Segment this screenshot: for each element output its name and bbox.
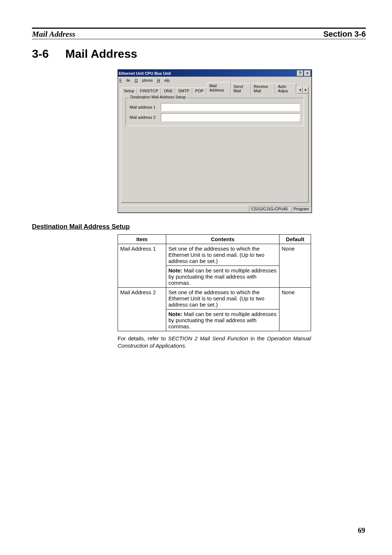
tab-finstcp[interactable]: FINS/TCP — [137, 88, 161, 94]
tab-scroll-left[interactable]: ◂ — [297, 87, 303, 94]
tab-auto-adjust[interactable]: Auto Adjus — [275, 83, 296, 94]
th-default: Default — [279, 235, 311, 244]
window-title: Ethernet Unit CPU Bus Unit — [119, 71, 171, 76]
settings-table: Item Contents Default Mail Address 1 Set… — [118, 234, 311, 331]
tab-mail-address[interactable]: Mail Address — [207, 82, 231, 94]
tabstrip: Setup FINS/TCP DNS SMTP POP Mail Address… — [121, 86, 309, 94]
groupbox-dest-mail: Mail address 1 Mail address 2 — [126, 98, 304, 126]
text: For details, refer to — [118, 335, 168, 341]
page: Mail Address Section 3-6 3-6 Mail Addres… — [32, 28, 366, 350]
menu-help[interactable]: Help — [157, 78, 170, 82]
note-text: Mail can be sent to multiple addresses b… — [168, 267, 277, 286]
section-heading: 3-6 Mail Address — [32, 47, 366, 61]
text: in the — [250, 335, 267, 341]
table-header-row: Item Contents Default — [118, 235, 311, 244]
cell-contents-2a: Set one of the addresses to which the Et… — [166, 288, 279, 309]
th-contents: Contents — [166, 235, 279, 244]
status-cpu: CS1G/CJ1G-CPU45 — [249, 206, 290, 212]
header-left: Mail Address — [32, 29, 75, 39]
th-item: Item — [118, 235, 166, 244]
titlebar: Ethernet Unit CPU Bus Unit ? × — [118, 70, 311, 77]
status-mode: Program — [291, 206, 311, 212]
label-mail-address-1: Mail address 1 — [130, 105, 161, 109]
cell-default-1: None — [279, 244, 311, 288]
page-number: 69 — [358, 526, 365, 535]
screenshot: Ethernet Unit CPU Bus Unit ? × File Opti… — [118, 69, 311, 213]
cell-item-2: Mail Address 2 — [118, 288, 166, 331]
help-button[interactable]: ? — [297, 70, 303, 76]
table-row: Mail Address 2 Set one of the addresses … — [118, 288, 311, 309]
tab-dns[interactable]: DNS — [161, 88, 175, 94]
cell-contents-1a: Set one of the addresses to which the Et… — [166, 244, 279, 266]
subheading: Destination Mail Address Setup — [32, 223, 366, 231]
menu-file[interactable]: File — [119, 78, 130, 82]
section-title: Mail Address — [65, 47, 137, 61]
section-number: 3-6 — [32, 47, 65, 61]
ref-section: SECTION 2 Mail Send Function — [168, 335, 248, 341]
cell-item-1: Mail Address 1 — [118, 244, 166, 288]
tab-scroll: ◂ ▸ — [297, 87, 309, 94]
client-area: Setup FINS/TCP DNS SMTP POP Mail Address… — [118, 84, 311, 206]
note-text: Mail can be sent to multiple addresses b… — [168, 311, 277, 329]
footnote-paragraph: For details, refer to SECTION 2 Mail Sen… — [118, 335, 311, 350]
tab-smtp[interactable]: SMTP — [175, 88, 192, 94]
tab-panel: Mail address 1 Mail address 2 — [121, 94, 309, 203]
statusbar: CS1G/CJ1G-CPU45 Program — [118, 206, 311, 212]
row-mail-address-1: Mail address 1 — [130, 103, 300, 111]
tab-receive-mail[interactable]: Receive Mail — [251, 83, 275, 94]
running-header: Mail Address Section 3-6 — [32, 29, 366, 39]
table-wrap: Item Contents Default Mail Address 1 Set… — [118, 234, 311, 331]
header-rule — [32, 28, 366, 29]
note-bold: Note: — [168, 267, 182, 274]
cell-default-2: None — [279, 288, 311, 331]
input-mail-address-2[interactable] — [161, 113, 300, 121]
tab-send-mail[interactable]: Send Mail — [231, 83, 251, 94]
tab-setup[interactable]: Setup — [121, 88, 137, 94]
close-button[interactable]: × — [304, 70, 311, 76]
cell-contents-1b: Note: Mail can be sent to multiple addre… — [166, 266, 279, 288]
text: . — [185, 343, 186, 349]
menu-options[interactable]: Options — [135, 78, 153, 82]
dialog-window: Ethernet Unit CPU Bus Unit ? × File Opti… — [118, 69, 312, 213]
input-mail-address-1[interactable] — [161, 103, 300, 111]
label-mail-address-2: Mail address 2 — [130, 115, 161, 119]
header-right: Section 3-6 — [323, 29, 366, 39]
table-row: Mail Address 1 Set one of the addresses … — [118, 244, 311, 266]
tab-scroll-right[interactable]: ▸ — [303, 87, 309, 94]
cell-contents-2b: Note: Mail can be sent to multiple addre… — [166, 309, 279, 331]
row-mail-address-2: Mail address 2 — [130, 113, 300, 121]
tab-pop[interactable]: POP — [192, 88, 207, 94]
note-bold: Note: — [168, 311, 182, 317]
